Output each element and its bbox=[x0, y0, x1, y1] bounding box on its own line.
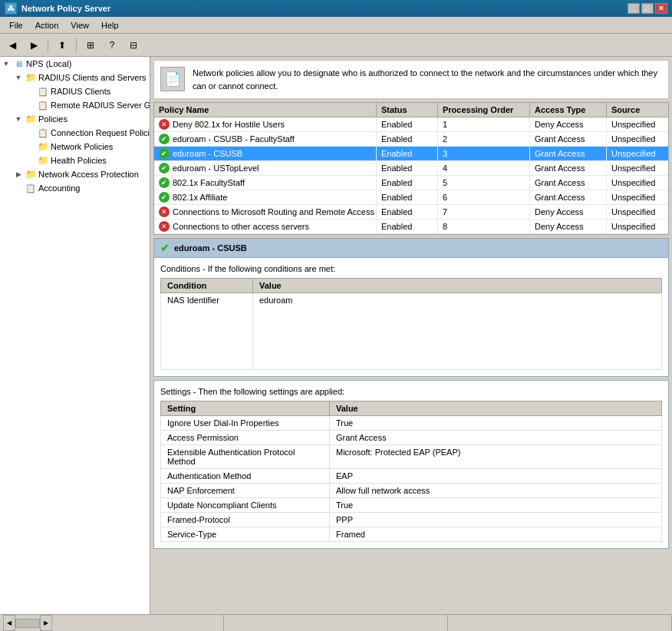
minimize-button[interactable]: _ bbox=[628, 3, 640, 14]
expander-remote bbox=[25, 99, 37, 111]
td-status: Enabled bbox=[377, 161, 438, 175]
td-order: 6 bbox=[438, 190, 530, 204]
td-order: 8 bbox=[438, 220, 530, 233]
tree-policies[interactable]: ▼ 📁 Policies bbox=[0, 112, 150, 126]
table-row[interactable]: ✕ Connections to other access servers En… bbox=[154, 220, 668, 234]
td-order: 5 bbox=[438, 176, 530, 190]
title-text: Network Policy Server bbox=[21, 4, 110, 13]
td-source: Unspecified bbox=[607, 190, 672, 204]
td-status: Enabled bbox=[377, 220, 438, 233]
set-setting: Framed-Protocol bbox=[161, 513, 330, 527]
help-button[interactable]: ? bbox=[103, 37, 121, 54]
td-name: ✔ eduroam - USTopLevel bbox=[154, 161, 377, 175]
info-icon: 📄 bbox=[160, 67, 185, 91]
toolbar-sep-1 bbox=[48, 38, 48, 52]
set-setting: Authentication Method bbox=[161, 469, 330, 484]
item-accounting-icon: 📋 bbox=[25, 182, 37, 194]
show-hide-tree[interactable]: ⊞ bbox=[81, 37, 100, 54]
settings-row: Framed-Protocol PPP bbox=[161, 513, 662, 527]
menu-bar: File Action View Help bbox=[0, 17, 672, 34]
table-row[interactable]: ✔ eduroam - USTopLevel Enabled 4 Grant A… bbox=[154, 161, 668, 176]
tree-network[interactable]: 📁 Network Policies bbox=[0, 140, 150, 154]
tree-health[interactable]: 📁 Health Policies bbox=[0, 154, 150, 167]
set-setting: Update Noncompliant Clients bbox=[161, 498, 330, 513]
detail-header-icon: ✔ bbox=[160, 242, 170, 254]
set-setting: Extensible Authentication Protocol Metho… bbox=[161, 445, 330, 469]
set-setting: Ignore User Dial-In Properties bbox=[161, 416, 330, 431]
menu-file[interactable]: File bbox=[3, 19, 29, 31]
cond-col-value: Value bbox=[253, 279, 662, 293]
scrollbar-h[interactable]: ◀ ▶ bbox=[3, 615, 52, 631]
left-panel: ▼ 🖥 NPS (Local) ▼ 📁 RADIUS Clients and S… bbox=[0, 57, 150, 614]
server-icon: 🖥 bbox=[12, 58, 25, 70]
tree-remote[interactable]: 📋 Remote RADIUS Server G bbox=[0, 98, 150, 112]
window-controls: _ □ ✕ bbox=[628, 3, 667, 14]
tree-clients[interactable]: 📋 RADIUS Clients bbox=[0, 84, 150, 98]
tree-radius[interactable]: ▼ 📁 RADIUS Clients and Servers bbox=[0, 71, 150, 84]
col-source[interactable]: Source bbox=[607, 103, 672, 117]
col-processing-order[interactable]: Processing Order bbox=[438, 103, 530, 117]
col-status[interactable]: Status bbox=[377, 103, 438, 117]
up-button[interactable]: ⬆ bbox=[53, 37, 71, 54]
tree-accounting[interactable]: 📋 Accounting bbox=[0, 181, 150, 195]
set-value: EAP bbox=[330, 469, 662, 484]
scroll-right[interactable]: ▶ bbox=[40, 615, 52, 631]
td-access: Deny Access bbox=[530, 205, 607, 219]
set-value: PPP bbox=[330, 513, 662, 527]
col-policy-name[interactable]: Policy Name bbox=[154, 103, 377, 117]
settings-label: Settings - Then the following settings a… bbox=[160, 387, 662, 396]
td-source: Unspecified bbox=[607, 176, 672, 190]
col-access-type[interactable]: Access Type bbox=[530, 103, 607, 117]
tree-nps[interactable]: ▼ 🖥 NPS (Local) bbox=[0, 57, 150, 71]
settings-row: Ignore User Dial-In Properties True bbox=[161, 416, 662, 431]
back-button[interactable]: ◀ bbox=[3, 37, 21, 54]
maximize-button[interactable]: □ bbox=[641, 3, 654, 14]
table-row[interactable]: ✔ 802.1x Affiliate Enabled 6 Grant Acces… bbox=[154, 190, 668, 205]
cond-value: eduroam bbox=[253, 293, 662, 370]
cond-condition: NAS Identifier bbox=[161, 293, 253, 370]
menu-action[interactable]: Action bbox=[29, 19, 65, 31]
set-value: Microsoft: Protected EAP (PEAP) bbox=[330, 445, 662, 469]
detail-body: Conditions - If the following conditions… bbox=[153, 258, 669, 377]
table-row[interactable]: ✕ Connections to Microsoft Routing and R… bbox=[154, 205, 668, 220]
td-order: 3 bbox=[438, 147, 530, 160]
set-setting: Service-Type bbox=[161, 527, 330, 542]
table-row[interactable]: ✔ eduroam - CSUSB - FacultyStaff Enabled… bbox=[154, 132, 668, 147]
cond-col-condition: Condition bbox=[161, 279, 253, 293]
td-name: ✕ Connections to Microsoft Routing and R… bbox=[154, 205, 377, 219]
table-row[interactable]: ✔ 802.1x FacultyStaff Enabled 5 Grant Ac… bbox=[154, 176, 668, 190]
set-col-setting: Setting bbox=[161, 401, 330, 416]
td-status: Enabled bbox=[377, 147, 438, 160]
status-text-1 bbox=[224, 615, 448, 631]
detail-header: ✔ eduroam - CSUSB bbox=[153, 238, 669, 258]
expander-health bbox=[25, 154, 37, 167]
item-remote-icon: 📋 bbox=[37, 99, 49, 111]
menu-view[interactable]: View bbox=[64, 19, 95, 31]
tree-nap[interactable]: ▶ 📁 Network Access Protection bbox=[0, 167, 150, 181]
tree-conn[interactable]: 📋 Connection Request Polici bbox=[0, 126, 150, 140]
menu-help[interactable]: Help bbox=[95, 19, 125, 31]
scroll-track[interactable] bbox=[15, 619, 40, 628]
forward-button[interactable]: ▶ bbox=[25, 37, 43, 54]
td-access: Deny Access bbox=[530, 117, 607, 131]
td-order: 2 bbox=[438, 132, 530, 146]
settings-row: Authentication Method EAP bbox=[161, 469, 662, 484]
tree-remote-label: Remote RADIUS Server G bbox=[51, 101, 150, 110]
td-source: Unspecified bbox=[607, 117, 672, 131]
td-access: Grant Access bbox=[530, 161, 607, 175]
grid-button[interactable]: ⊟ bbox=[124, 37, 143, 54]
expander-accounting bbox=[12, 182, 25, 194]
table-header: Policy Name Status Processing Order Acce… bbox=[154, 103, 668, 117]
table-row[interactable]: ✔ eduroam - CSUSB Enabled 3 Grant Access… bbox=[154, 147, 668, 161]
scroll-left[interactable]: ◀ bbox=[3, 615, 15, 631]
title-bar: 🖧 Network Policy Server _ □ ✕ bbox=[0, 0, 672, 17]
set-value: Framed bbox=[330, 527, 662, 542]
table-row[interactable]: ✕ Deny 802.1x for Hostile Users Enabled … bbox=[154, 117, 668, 132]
item-clients-icon: 📋 bbox=[37, 85, 49, 97]
conditions-label: Conditions - If the following conditions… bbox=[160, 264, 662, 273]
tree-network-label: Network Policies bbox=[51, 142, 113, 151]
set-value: True bbox=[330, 498, 662, 513]
status-bar: ◀ ▶ bbox=[0, 614, 672, 631]
close-button[interactable]: ✕ bbox=[655, 3, 667, 14]
settings-row: Extensible Authentication Protocol Metho… bbox=[161, 445, 662, 469]
